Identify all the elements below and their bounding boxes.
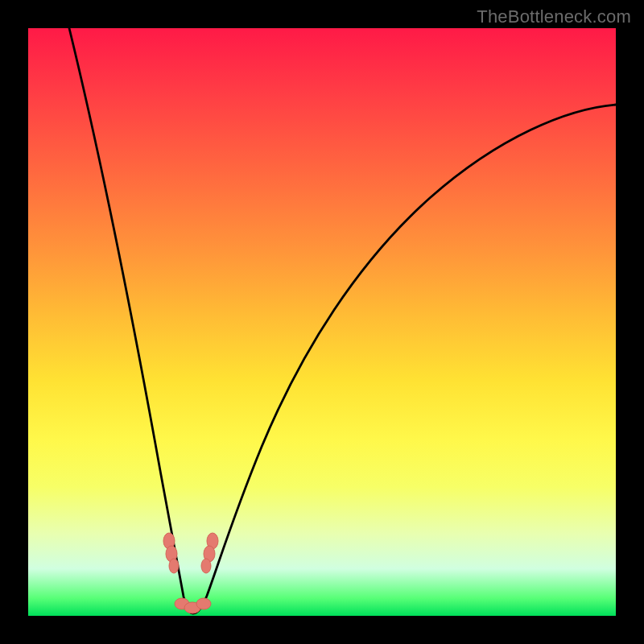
svg-point-8 — [196, 598, 211, 609]
chart-svg — [28, 28, 616, 616]
watermark-text: TheBottleneck.com — [477, 6, 631, 27]
svg-point-5 — [201, 559, 211, 573]
marker-left-pair — [163, 533, 179, 573]
marker-bottom-cluster — [175, 598, 211, 613]
svg-point-2 — [169, 559, 179, 573]
bottleneck-curve — [69, 28, 616, 613]
chart-plot-area — [28, 28, 616, 616]
marker-right-pair — [201, 533, 218, 573]
chart-frame: TheBottleneck.com — [0, 0, 644, 644]
